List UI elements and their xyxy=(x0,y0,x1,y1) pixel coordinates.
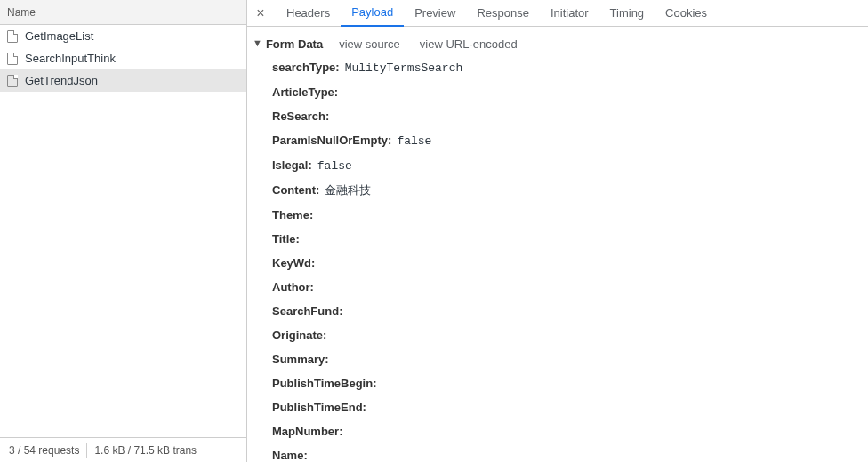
tab-cookies[interactable]: Cookies xyxy=(655,0,718,27)
file-icon xyxy=(7,30,18,43)
form-data-row: ParamIsNullOrEmptyfalse xyxy=(272,128,868,153)
tab-headers[interactable]: Headers xyxy=(276,0,341,27)
request-label: SearchInputThink xyxy=(25,52,116,65)
status-requests: 3 / 54 requests xyxy=(9,444,79,457)
form-data-row: Islegalfalse xyxy=(272,153,868,178)
form-data-row: KeyWd xyxy=(272,251,868,275)
detail-panel: × Headers Payload Preview Response Initi… xyxy=(247,0,868,462)
tab-headers-label: Headers xyxy=(286,6,330,20)
file-icon xyxy=(7,53,18,65)
request-list-header[interactable]: Name xyxy=(0,0,246,25)
tab-timing[interactable]: Timing xyxy=(599,0,655,27)
tab-timing-label: Timing xyxy=(610,6,645,20)
form-data-section-header[interactable]: ▼ Form Data view source view URL-encoded xyxy=(247,32,868,55)
form-data-key: Originate xyxy=(272,323,332,347)
section-title: Form Data xyxy=(266,37,323,51)
form-data-row: ReSearch xyxy=(272,104,868,128)
form-data-key: ReSearch xyxy=(272,104,334,128)
form-data-key: Name xyxy=(272,443,313,462)
form-data-value: false xyxy=(317,154,352,178)
tab-initiator-label: Initiator xyxy=(551,6,589,20)
tab-preview[interactable]: Preview xyxy=(404,0,466,27)
form-data-row: Content金融科技 xyxy=(272,178,868,203)
status-bar: 3 / 54 requests 1.6 kB / 71.5 kB trans xyxy=(0,437,246,462)
name-column-header: Name xyxy=(7,6,36,19)
tab-preview-label: Preview xyxy=(414,6,455,20)
tab-initiator[interactable]: Initiator xyxy=(540,0,599,27)
form-data-key: PublishTimeEnd xyxy=(272,395,372,419)
form-data-value: MulityTermsSearch xyxy=(345,56,463,80)
disclosure-triangle-icon[interactable]: ▼ xyxy=(253,37,262,48)
form-data-row: Summary xyxy=(272,347,868,371)
form-data-row: ArticleType xyxy=(272,80,868,104)
form-data-row: Name xyxy=(272,443,868,462)
form-data-row: MapNumber xyxy=(272,419,868,443)
tab-payload[interactable]: Payload xyxy=(341,0,404,27)
form-data-key: Content xyxy=(272,178,325,202)
form-data-row: SearchFund xyxy=(272,299,868,323)
form-data-row: Title xyxy=(272,227,868,251)
form-data-key: Theme xyxy=(272,203,318,227)
form-data-row: PublishTimeBegin xyxy=(272,371,868,395)
request-label: GetTrendJson xyxy=(25,74,98,87)
form-data-row: Originate xyxy=(272,323,868,347)
tab-response-label: Response xyxy=(477,6,529,20)
request-row[interactable]: GetTrendJson xyxy=(0,69,246,92)
request-row[interactable]: GetImageList xyxy=(0,25,246,47)
status-transfer: 1.6 kB / 71.5 kB trans xyxy=(94,444,197,457)
view-url-encoded-link[interactable]: view URL-encoded xyxy=(420,37,518,51)
form-data-key: Summary xyxy=(272,347,334,371)
form-data-row: Author xyxy=(272,275,868,299)
form-data-value: 金融科技 xyxy=(325,179,371,203)
form-data-row: searchTypeMulityTermsSearch xyxy=(272,55,868,80)
form-data-key: SearchFund xyxy=(272,299,348,323)
tab-response[interactable]: Response xyxy=(466,0,540,27)
form-data-row: Theme xyxy=(272,203,868,227)
form-data-key: ArticleType xyxy=(272,80,343,104)
form-data-key: Islegal xyxy=(272,153,317,177)
form-data-key: Author xyxy=(272,275,319,299)
form-data-key: ParamIsNullOrEmpty xyxy=(272,128,397,152)
file-icon xyxy=(7,75,18,87)
form-data-key: searchType xyxy=(272,55,345,79)
tab-payload-label: Payload xyxy=(351,5,393,19)
tab-bar: × Headers Payload Preview Response Initi… xyxy=(247,0,868,27)
form-data-key: KeyWd xyxy=(272,251,320,275)
form-data-key: PublishTimeBegin xyxy=(272,371,382,395)
close-icon[interactable]: × xyxy=(253,5,269,21)
form-data-key: Title xyxy=(272,227,305,251)
request-label: GetImageList xyxy=(25,29,93,43)
payload-body[interactable]: ▼ Form Data view source view URL-encoded… xyxy=(247,27,868,462)
form-data-key: MapNumber xyxy=(272,419,348,443)
form-data-row: PublishTimeEnd xyxy=(272,395,868,419)
request-list[interactable]: GetImageListSearchInputThinkGetTrendJson xyxy=(0,25,246,437)
status-separator xyxy=(86,443,87,458)
request-row[interactable]: SearchInputThink xyxy=(0,47,246,69)
tab-cookies-label: Cookies xyxy=(665,6,707,20)
form-data-value: false xyxy=(397,129,431,153)
request-list-panel: Name GetImageListSearchInputThinkGetTren… xyxy=(0,0,247,462)
form-data-list: searchTypeMulityTermsSearchArticleTypeRe… xyxy=(247,55,868,462)
view-source-link[interactable]: view source xyxy=(339,37,400,51)
